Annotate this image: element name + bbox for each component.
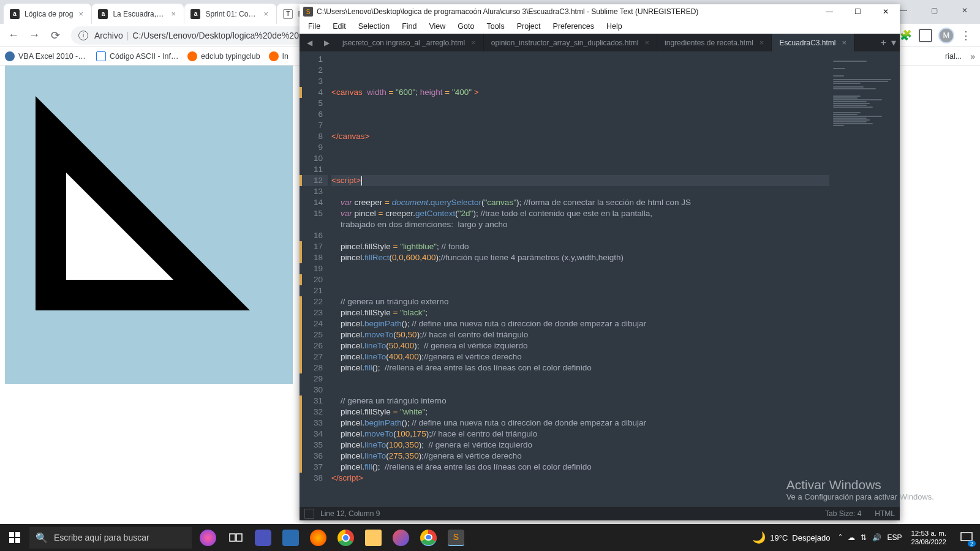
status-panel-icon[interactable] <box>304 509 314 519</box>
sublime-minimize-button[interactable]: — <box>815 4 843 19</box>
tray-language[interactable]: ESP <box>887 533 902 542</box>
weather-cond: Despejado <box>792 533 830 542</box>
taskbar-clock[interactable]: 12:53 a. m. 23/08/2022 <box>911 529 946 546</box>
minimap[interactable] <box>829 51 900 507</box>
site-info-icon[interactable]: i <box>78 31 88 40</box>
taskbar-search[interactable]: 🔍 Escribe aquí para buscar <box>29 527 192 549</box>
tab-close-icon[interactable]: × <box>77 10 85 18</box>
sublime-tab[interactable]: ingredientes de receta.html× <box>657 34 772 51</box>
bookmark-item[interactable]: In <box>269 51 288 61</box>
profile-button[interactable]: M <box>938 28 954 43</box>
bookmark-item[interactable]: edclub typingclub <box>187 51 260 61</box>
chrome-tab[interactable]: aSprint 01: Const× <box>184 4 276 24</box>
menu-tools[interactable]: Tools <box>481 21 509 32</box>
bookmark-label: VBA Excel 2010 - Pr... <box>18 52 88 61</box>
tab-title: Sprint 01: Const <box>205 10 258 18</box>
tab-dropdown-icon[interactable]: ▾ <box>891 37 896 48</box>
tab-close-icon[interactable]: × <box>169 10 178 18</box>
menu-goto[interactable]: Goto <box>453 21 479 32</box>
notification-button[interactable]: 2 <box>956 527 978 549</box>
bookmark-icon <box>5 51 15 61</box>
taskbar-app-store[interactable] <box>282 530 299 546</box>
taskbar-time: 12:53 a. m. <box>911 529 946 538</box>
bookmark-label: edclub typingclub <box>201 52 260 61</box>
menu-file[interactable]: File <box>303 21 325 32</box>
reading-list-icon[interactable] <box>919 29 932 42</box>
tray-network-icon[interactable]: ⇅ <box>861 533 867 542</box>
taskbar-app-explorer[interactable] <box>365 530 382 546</box>
chrome-tab[interactable]: aLógica de prog× <box>4 4 91 24</box>
tab-nav-next-icon[interactable]: ▶ <box>318 34 335 51</box>
status-line-col[interactable]: Line 12, Column 9 <box>320 509 380 518</box>
start-button[interactable] <box>0 524 29 551</box>
tray-overflow-icon[interactable]: ˄ <box>839 533 842 542</box>
menu-edit[interactable]: Edit <box>328 21 351 32</box>
taskbar-app-teams[interactable] <box>255 530 271 546</box>
windows-taskbar: 🔍 Escribe aquí para buscar S 🌙 19°C Desp… <box>0 524 980 551</box>
tab-close-icon[interactable]: × <box>842 38 847 47</box>
tab-close-icon[interactable]: × <box>645 38 650 47</box>
bookmarks-overflow-button[interactable]: » <box>970 51 975 61</box>
bookmark-item[interactable]: VBA Excel 2010 - Pr... <box>5 51 88 61</box>
code-area[interactable]: <canvas width = "600"; height = "400" ><… <box>328 51 829 507</box>
chrome-menu-button[interactable]: ⋮ <box>960 29 971 42</box>
sublime-tab-active[interactable]: EscuadraC3.html× <box>772 34 854 51</box>
bookmark-item[interactable]: Código ASCII - Info... <box>96 51 179 61</box>
tab-close-icon[interactable]: × <box>760 38 764 47</box>
reload-button[interactable]: ⟳ <box>47 27 64 44</box>
chrome-window-controls: — ▢ ✕ <box>888 0 980 20</box>
tab-close-icon[interactable]: × <box>471 38 476 47</box>
taskbar-app-chrome[interactable] <box>337 530 354 546</box>
bookmark-icon <box>96 51 106 61</box>
taskbar-app-sublime[interactable]: S <box>448 530 464 546</box>
sublime-close-button[interactable]: ✕ <box>872 4 900 19</box>
sublime-maximize-button[interactable]: ☐ <box>843 4 872 19</box>
svg-rect-7 <box>230 534 235 541</box>
bookmark-label: rial... <box>945 52 962 61</box>
chrome-close-button[interactable]: ✕ <box>949 0 980 20</box>
svg-rect-3 <box>9 532 14 537</box>
sublime-menubar: File Edit Selection Find View Goto Tools… <box>300 19 900 34</box>
bookmark-label: In <box>282 52 288 61</box>
bookmark-label: Código ASCII - Info... <box>110 52 179 61</box>
menu-find[interactable]: Find <box>397 21 421 32</box>
sublime-titlebar[interactable]: S C:\Users\Lenovo\Desktop\logica de prog… <box>300 4 900 19</box>
search-icon: 🔍 <box>36 532 48 544</box>
address-scheme: Archivo <box>94 31 123 40</box>
sublime-statusbar: Line 12, Column 9 Tab Size: 4 HTML <box>300 507 900 520</box>
sublime-tab[interactable]: jsecreto_con ingreso_al _arreglo.html× <box>335 34 484 51</box>
taskbar-app-chrome-active[interactable] <box>420 530 437 546</box>
status-tabsize[interactable]: Tab Size: 4 <box>825 509 861 518</box>
taskbar-app-copilot[interactable] <box>393 530 409 546</box>
taskbar-app-firefox[interactable] <box>310 530 326 546</box>
sublime-tab-title: EscuadraC3.html <box>779 39 835 47</box>
back-button[interactable]: ← <box>5 27 22 44</box>
sublime-app-icon: S <box>303 7 313 17</box>
tray-onedrive-icon[interactable]: ☁ <box>848 533 855 542</box>
cortana-icon[interactable] <box>200 530 216 546</box>
extensions-icon[interactable]: 🧩 <box>899 29 913 42</box>
task-view-icon[interactable] <box>227 530 244 546</box>
taskbar-weather[interactable]: 🌙 19°C Despejado <box>752 531 830 544</box>
tab-close-icon[interactable]: × <box>262 10 270 18</box>
menu-preferences[interactable]: Preferences <box>548 21 599 32</box>
menu-project[interactable]: Project <box>512 21 546 32</box>
chrome-maximize-button[interactable]: ▢ <box>919 0 949 20</box>
watermark-subtitle: Ve a Configuración para activar Windows. <box>786 492 934 501</box>
sublime-tab[interactable]: opinion_instructor_array_sin_duplicados.… <box>484 34 657 51</box>
search-placeholder: Escribe aquí para buscar <box>54 533 149 542</box>
menu-help[interactable]: Help <box>601 21 627 32</box>
line-gutter[interactable]: 1234567891011121314151617181920212223242… <box>300 51 328 507</box>
taskbar-date: 23/08/2022 <box>911 538 946 546</box>
menu-selection[interactable]: Selection <box>353 21 394 32</box>
bookmark-item[interactable]: rial... <box>945 52 962 61</box>
chrome-tab[interactable]: aLa Escuadra, en× <box>92 4 184 24</box>
tab-title: La Escuadra, en <box>113 10 165 18</box>
menu-view[interactable]: View <box>424 21 450 32</box>
tray-volume-icon[interactable]: 🔊 <box>872 533 881 542</box>
windows-watermark: Activar Windows Ve a Configuración para … <box>786 478 934 501</box>
tab-nav-prev-icon[interactable]: ◀ <box>301 34 318 51</box>
new-tab-button[interactable]: + <box>881 37 886 48</box>
status-language[interactable]: HTML <box>875 509 895 518</box>
forward-button[interactable]: → <box>26 27 43 44</box>
